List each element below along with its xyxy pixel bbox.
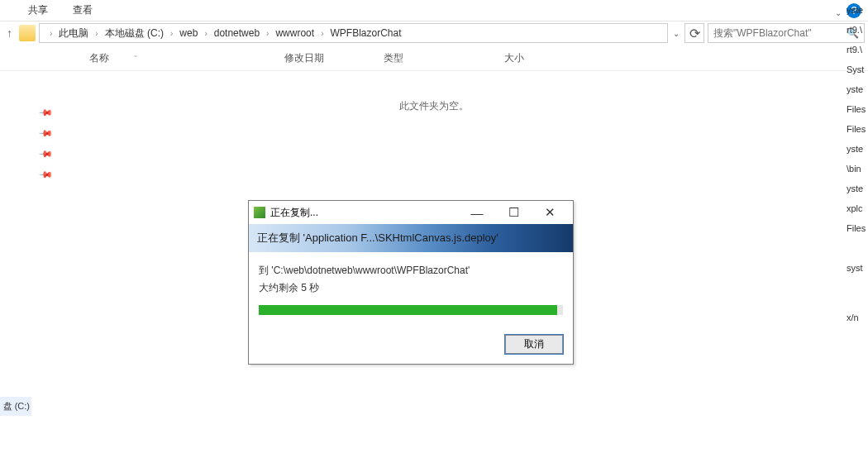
dialog-body: 到 'C:\web\dotnetweb\wwwroot\WPFBlazorCha… [249,252,573,323]
right-fragment-item: yste [845,139,868,159]
right-fragment-item: rt9.\ [845,20,868,40]
time-remaining: 大约剩余 5 秒 [259,281,563,295]
breadcrumb-segment[interactable]: 此电脑 [57,26,90,41]
right-fragment-item: rt9.\ [845,40,868,60]
right-fragment-item: Files [845,218,868,238]
top-menu-bar: 共享 查看 ⌄ ? [0,0,868,21]
empty-folder-message: 此文件夹为空。 [0,99,868,113]
chevron-right-icon[interactable]: › [90,29,103,38]
right-fragment-item: Files [845,99,868,119]
search-box[interactable]: 🔍 [708,23,865,43]
minimize-button[interactable]: — [459,203,495,222]
refresh-button[interactable]: ⟳ [684,23,704,43]
cancel-button[interactable]: 取消 [505,335,563,354]
history-dropdown-icon[interactable]: ⌄ [671,29,681,38]
column-type[interactable]: 类型 [384,51,504,65]
right-fragment-item [845,298,868,308]
menu-view[interactable]: 查看 [73,3,93,17]
breadcrumb-segment[interactable]: wwwroot [274,27,316,39]
column-headers: 名称 ˄ 修改日期 类型 大小 [0,45,868,71]
close-button[interactable]: ✕ [532,203,568,222]
nav-up-icon[interactable]: ↑ [3,26,16,40]
dialog-title: 正在复制... [270,206,459,220]
right-fragment-item: Files [845,119,868,139]
breadcrumb-segment[interactable]: WPFBlazorChat [328,27,403,39]
address-bar: ↑ › 此电脑 › 本地磁盘 (C:) › web › dotnetweb › … [0,21,868,45]
breadcrumb-segment[interactable]: web [178,27,199,39]
left-panel-fragment[interactable]: 盘 (C:) [0,397,31,416]
copy-progress-dialog: 正在复制... — ☐ ✕ 正在复制 'Application F...\SKH… [248,200,574,365]
ribbon-expand-icon[interactable]: ⌄ [835,8,842,17]
right-fragment-item: yste [845,0,868,20]
pin-icon[interactable]: 📌 [37,126,53,141]
right-panel-fragment: ystert9.\rt9.\SystysteFilesFilesyste\bin… [845,0,868,327]
right-fragment-item [845,248,868,258]
progress-fill [259,305,557,315]
right-fragment-item [845,288,868,298]
chevron-right-icon[interactable]: › [261,29,274,38]
copy-icon [254,207,265,218]
chevron-right-icon[interactable]: › [45,29,57,38]
destination-path: 到 'C:\web\dotnetweb\wwwroot\WPFBlazorCha… [259,264,563,278]
breadcrumb-segment[interactable]: 本地磁盘 (C:) [103,26,165,41]
right-fragment-item: \bin [845,159,868,179]
chevron-right-icon[interactable]: › [165,29,178,38]
dialog-banner: 正在复制 'Application F...\SKHtmlCanvas.js.d… [249,224,573,252]
dialog-footer: 取消 [249,323,573,364]
right-fragment-item: x/n [845,308,868,327]
pin-icon[interactable]: 📌 [37,167,53,183]
right-fragment-item [845,238,868,248]
pin-icon[interactable]: 📌 [37,146,53,162]
column-name[interactable]: 名称 [89,51,109,65]
column-date[interactable]: 修改日期 [284,51,384,65]
folder-icon [19,25,36,41]
right-fragment-item: syst [845,258,868,278]
progress-bar [259,305,563,315]
right-fragment-item: Syst [845,60,868,79]
breadcrumb-segment[interactable]: dotnetweb [212,27,261,39]
pin-icon[interactable]: 📌 [37,105,53,121]
sort-indicator-icon: ˄ [134,55,138,63]
right-fragment-item: yste [845,179,868,198]
chevron-right-icon[interactable]: › [199,29,212,38]
menu-share[interactable]: 共享 [28,3,48,17]
search-input[interactable] [713,27,847,39]
dialog-titlebar[interactable]: 正在复制... — ☐ ✕ [249,201,573,224]
right-fragment-item: xplc [845,198,868,218]
quick-access-pins: 📌 📌 📌 📌 [40,107,51,180]
maximize-button[interactable]: ☐ [495,203,532,222]
breadcrumb[interactable]: › 此电脑 › 本地磁盘 (C:) › web › dotnetweb › ww… [39,23,668,43]
refresh-icon: ⟳ [689,26,700,41]
right-fragment-item: yste [845,79,868,99]
right-fragment-item [845,278,868,288]
column-size[interactable]: 大小 [504,51,570,65]
chevron-right-icon[interactable]: › [316,29,328,38]
